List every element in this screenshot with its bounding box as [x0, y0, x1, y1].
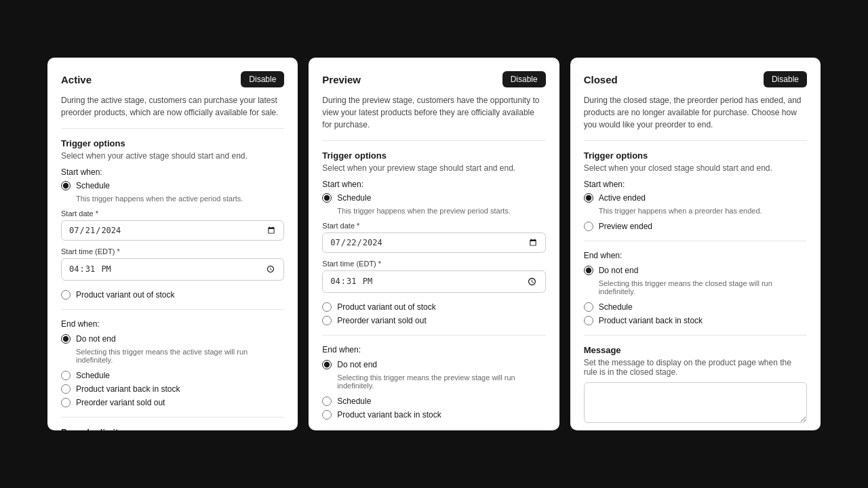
preview-end-when-label: End when: — [322, 345, 545, 354]
preview-product-out-of-stock-option[interactable]: Product variant out of stock — [322, 302, 545, 312]
active-product-out-stock-label: Product variant out of stock — [76, 290, 174, 300]
closed-divider — [584, 241, 807, 241]
closed-end-schedule-radio[interactable] — [584, 302, 593, 312]
active-start-when-label: Start when: — [61, 167, 284, 177]
preview-card: Preview Disable During the preview stage… — [309, 58, 559, 430]
active-end-back-in-stock-label: Product variant back in stock — [76, 384, 180, 394]
active-start-schedule-radio[interactable] — [61, 181, 71, 190]
closed-card-header: Closed Disable — [584, 71, 807, 87]
active-do-not-end-radio[interactable] — [61, 334, 71, 344]
closed-start-preview-ended-radio[interactable] — [584, 222, 593, 231]
preview-preorder-sold-out-label: Preorder variant sold out — [337, 316, 426, 325]
preview-end-back-in-stock-label: Product variant back in stock — [337, 410, 441, 420]
preview-end-note: Selecting this trigger means the preview… — [337, 373, 545, 390]
active-end-preorder-sold-out-radio[interactable] — [61, 398, 71, 407]
closed-do-not-end-option[interactable]: Do not end — [584, 266, 807, 275]
active-product-out-of-stock-option[interactable]: Product variant out of stock — [61, 290, 284, 300]
closed-trigger-note: This trigger happens when a preorder has… — [599, 207, 807, 215]
preview-title: Preview — [322, 74, 361, 85]
active-start-schedule-option[interactable]: Schedule — [61, 181, 284, 190]
active-end-section: End when: Do not end Selecting this trig… — [61, 319, 284, 407]
closed-disable-button[interactable]: Disable — [764, 71, 807, 87]
active-trigger-title: Trigger options — [61, 138, 284, 148]
active-do-not-end-label: Do not end — [76, 334, 116, 344]
active-trigger-note: This trigger happens when the active per… — [76, 195, 284, 203]
preview-preorder-sold-out-radio[interactable] — [322, 316, 332, 325]
closed-end-schedule-label: Schedule — [599, 302, 633, 312]
active-disable-button[interactable]: Disable — [241, 71, 284, 87]
active-start-schedule-label: Schedule — [76, 181, 110, 190]
active-start-date-group: Start date * — [61, 209, 284, 241]
active-start-time-input[interactable] — [61, 258, 284, 281]
closed-end-back-in-stock-option[interactable]: Product variant back in stock — [584, 316, 807, 325]
preview-start-date-input[interactable] — [322, 232, 545, 253]
active-end-schedule-radio[interactable] — [61, 371, 71, 380]
closed-trigger-subtitle: Select when your closed stage should sta… — [584, 163, 807, 173]
closed-end-when-label: End when: — [584, 251, 807, 260]
active-end-schedule-label: Schedule — [76, 371, 110, 380]
closed-end-back-in-stock-label: Product variant back in stock — [599, 316, 703, 325]
active-start-date-input[interactable] — [61, 220, 284, 241]
active-divider — [61, 309, 284, 310]
preview-trigger-subtitle: Select when your preview stage should st… — [322, 163, 545, 173]
preview-start-time-label: Start time (EDT) * — [322, 260, 545, 268]
preview-do-not-end-radio[interactable] — [322, 360, 332, 369]
active-product-out-stock-radio[interactable] — [61, 290, 71, 300]
active-trigger-options: Trigger options Select when your active … — [61, 138, 284, 281]
active-end-back-in-stock-option[interactable]: Product variant back in stock — [61, 384, 284, 394]
closed-trigger-title: Trigger options — [584, 150, 807, 161]
preview-email-signup-section: Email signup — [322, 429, 545, 430]
active-start-time-label: Start time (EDT) * — [61, 247, 284, 256]
active-end-note: Selecting this trigger means the active … — [76, 348, 284, 364]
active-end-preorder-sold-out-label: Preorder variant sold out — [76, 398, 165, 407]
active-preorder-limit-section: Preorder limit — [61, 417, 284, 430]
closed-message-divider — [584, 335, 807, 336]
preview-do-not-end-label: Do not end — [337, 360, 377, 369]
closed-start-active-ended-radio[interactable] — [584, 193, 593, 203]
active-card: Active Disable During the active stage, … — [47, 58, 298, 430]
preview-product-out-stock-label: Product variant out of stock — [337, 302, 435, 312]
closed-description: During the closed stage, the preorder pe… — [584, 94, 807, 141]
preview-start-schedule-radio[interactable] — [322, 193, 332, 203]
preview-do-not-end-option[interactable]: Do not end — [322, 360, 545, 369]
active-trigger-subtitle: Select when your active stage should sta… — [61, 151, 284, 161]
preview-end-back-in-stock-option[interactable]: Product variant back in stock — [322, 410, 545, 420]
preview-end-schedule-option[interactable]: Schedule — [322, 396, 545, 406]
active-do-not-end-option[interactable]: Do not end — [61, 334, 284, 344]
preview-card-header: Preview Disable — [322, 71, 545, 87]
closed-end-back-in-stock-radio[interactable] — [584, 316, 593, 325]
active-end-schedule-option[interactable]: Schedule — [61, 371, 284, 380]
closed-do-not-end-radio[interactable] — [584, 266, 593, 275]
closed-trigger-options: Trigger options Select when your closed … — [584, 150, 807, 231]
active-card-header: Active Disable — [61, 71, 284, 87]
active-end-preorder-sold-out-option[interactable]: Preorder variant sold out — [61, 398, 284, 407]
preview-end-back-in-stock-radio[interactable] — [322, 410, 332, 420]
preview-product-out-stock-radio[interactable] — [322, 302, 332, 312]
active-end-back-in-stock-radio[interactable] — [61, 384, 71, 394]
preview-start-time-input[interactable] — [322, 270, 545, 293]
preview-trigger-title: Trigger options — [322, 150, 545, 161]
closed-end-note: Selecting this trigger means the closed … — [599, 279, 807, 296]
cards-container: Active Disable During the active stage, … — [34, 44, 834, 444]
closed-end-schedule-option[interactable]: Schedule — [584, 302, 807, 312]
preview-end-schedule-radio[interactable] — [322, 396, 332, 406]
preview-preorder-sold-out-option[interactable]: Preorder variant sold out — [322, 316, 545, 325]
closed-do-not-end-label: Do not end — [599, 266, 639, 275]
preview-divider — [322, 335, 545, 336]
closed-start-active-ended-option[interactable]: Active ended — [584, 193, 807, 203]
active-preorder-limit-title: Preorder limit — [61, 427, 284, 430]
preview-start-schedule-option[interactable]: Schedule — [322, 193, 545, 203]
active-end-when-label: End when: — [61, 319, 284, 329]
preview-start-schedule-label: Schedule — [337, 193, 371, 203]
active-start-date-label: Start date * — [61, 209, 284, 218]
closed-card: Closed Disable During the closed stage, … — [570, 58, 821, 430]
preview-trigger-options: Trigger options Select when your preview… — [322, 150, 545, 293]
closed-start-preview-ended-option[interactable]: Preview ended — [584, 222, 807, 231]
preview-end-schedule-label: Schedule — [337, 396, 371, 406]
closed-message-textarea[interactable] — [584, 382, 807, 423]
preview-trigger-note: This trigger happens when the preview pe… — [337, 207, 545, 215]
closed-message-title: Message — [584, 345, 807, 355]
preview-end-section: End when: Do not end Selecting this trig… — [322, 345, 545, 420]
preview-start-time-group: Start time (EDT) * — [322, 260, 545, 293]
preview-disable-button[interactable]: Disable — [502, 71, 546, 87]
